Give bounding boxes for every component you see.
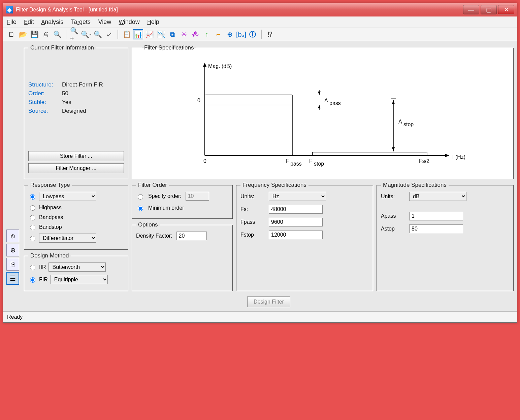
highpass-label: Highpass [39, 205, 62, 211]
fir-label: FIR [39, 277, 48, 283]
fs-label: Fs: [240, 206, 264, 212]
open-icon[interactable]: 📂 [18, 29, 28, 39]
bandpass-label: Bandpass [39, 214, 63, 220]
svg-text:Fs/2: Fs/2 [419, 158, 429, 164]
print-preview-icon[interactable]: 🔍 [52, 29, 62, 39]
polezero-icon[interactable]: ⊕ [225, 29, 235, 39]
fs-input[interactable] [269, 205, 323, 214]
menu-targets[interactable]: Targets [71, 19, 91, 25]
lowpass-radio[interactable] [30, 194, 35, 200]
store-filter-button[interactable]: Store Filter ... [28, 151, 124, 161]
order-label: Order: [28, 90, 62, 97]
svg-marker-19 [392, 147, 395, 151]
svg-text:F: F [286, 158, 289, 164]
svg-text:stop: stop [403, 121, 414, 127]
tab-polezero[interactable]: ⊕ [6, 244, 19, 256]
options-legend: Options [136, 221, 160, 228]
info-icon[interactable]: ⓘ [248, 29, 258, 39]
whatsthis-icon[interactable]: ⁉ [265, 29, 275, 39]
svg-text:pass: pass [329, 100, 341, 106]
filter-specs-icon[interactable]: 📋 [122, 29, 132, 39]
density-input[interactable] [176, 232, 207, 240]
menu-edit[interactable]: Edit [24, 19, 34, 25]
menu-view[interactable]: View [98, 19, 111, 25]
source-label: Source: [28, 108, 62, 114]
zoom-out-icon[interactable]: 🔍- [81, 29, 91, 39]
iir-select[interactable]: Butterworth [48, 262, 106, 272]
full-view-icon[interactable]: ⤢ [104, 29, 114, 39]
mag-units-label: Units: [381, 194, 404, 200]
menu-analysis[interactable]: Analysis [41, 19, 64, 25]
min-order-radio[interactable] [138, 206, 143, 211]
magphase-icon[interactable]: ⧉ [167, 29, 177, 39]
iir-radio[interactable] [30, 265, 35, 270]
magnitude-icon[interactable]: 📈 [144, 29, 155, 39]
toolbar: 🗋 📂 💾 🖨 🔍 🔍+ 🔍- 🔍 ⤢ 📋 📊 📈 📉 ⧉ ✳ ⁂ ↑ ⌐ ⊕ … [3, 28, 517, 41]
freq-units-select[interactable]: Hz [269, 192, 326, 201]
window-title: Filter Design & Analysis Tool - [untitle… [16, 7, 118, 13]
design-filter-button[interactable]: Design Filter [247, 296, 290, 307]
diff-select[interactable]: Differentiator [39, 234, 96, 243]
astop-input[interactable] [409, 224, 463, 233]
svg-text:A: A [398, 119, 402, 125]
source-value: Designed [62, 108, 86, 114]
freq-units-label: Units: [240, 194, 264, 200]
svg-text:F: F [309, 158, 313, 164]
stable-label: Stable: [28, 99, 62, 106]
mag-legend: Magnitude Specifications [381, 182, 449, 188]
bandpass-radio[interactable] [30, 215, 35, 220]
bandstop-radio[interactable] [30, 225, 35, 230]
fpass-label: Fpass [240, 219, 264, 225]
coeffs-icon[interactable]: [bₐ] [236, 29, 246, 39]
iir-label: IIR [39, 264, 46, 270]
fir-radio[interactable] [30, 277, 35, 283]
specify-order-input [186, 192, 209, 201]
mag-units-select[interactable]: dB [409, 192, 466, 201]
group-delay-icon[interactable]: ✳ [179, 29, 189, 39]
lowpass-select[interactable]: Lowpass [39, 192, 96, 201]
minimize-button[interactable]: — [463, 5, 479, 14]
svg-text:A: A [324, 98, 328, 103]
print-icon[interactable]: 🖨 [41, 29, 51, 39]
tab-import[interactable]: ⎘ [6, 258, 19, 271]
phase-delay-icon[interactable]: ⁂ [190, 29, 200, 39]
fstop-input[interactable] [269, 231, 323, 239]
response-icon[interactable]: 📊 [133, 29, 143, 39]
filter-order-panel: Filter Order Specify order: Minimum orde… [132, 182, 233, 219]
menu-bar: File Edit Analysis Targets View Window H… [3, 16, 517, 28]
fstop-label: Fstop [240, 232, 264, 238]
svg-text:stop: stop [314, 161, 324, 167]
specify-order-radio[interactable] [138, 194, 143, 200]
svg-text:pass: pass [290, 161, 302, 167]
filter-manager-button[interactable]: Filter Manager ... [28, 163, 124, 173]
step-icon[interactable]: ⌐ [213, 29, 223, 39]
freq-legend: Frequency Specifications [240, 182, 308, 188]
menu-help[interactable]: Help [147, 19, 159, 25]
apass-input[interactable] [409, 212, 463, 220]
highpass-radio[interactable] [30, 205, 35, 211]
tab-design[interactable]: ☰ [6, 272, 19, 285]
zoom-reset-icon[interactable]: 🔍 [93, 29, 103, 39]
structure-value: Direct-Form FIR [62, 81, 103, 88]
close-button[interactable]: ✕ [498, 5, 514, 14]
status-bar: Ready [3, 311, 517, 322]
zoom-in-icon[interactable]: 🔍+ [70, 29, 80, 39]
diff-radio[interactable] [30, 236, 35, 241]
save-icon[interactable]: 💾 [29, 29, 39, 39]
title-bar[interactable]: ◆ Filter Design & Analysis Tool - [untit… [3, 3, 517, 16]
menu-file[interactable]: File [7, 19, 17, 25]
maximize-button[interactable]: ▢ [481, 5, 497, 14]
fpass-input[interactable] [269, 218, 323, 226]
design-method-panel: Design Method IIR Butterworth FIR Equiri… [24, 252, 128, 291]
menu-window[interactable]: Window [119, 19, 140, 25]
filter-info-panel: Current Filter Information Structure: Di… [24, 44, 128, 179]
fir-select[interactable]: Equiripple [51, 275, 108, 284]
impulse-icon[interactable]: ↑ [202, 29, 212, 39]
phase-icon[interactable]: 📉 [156, 29, 166, 39]
tab-realize[interactable]: ⎋ [6, 230, 19, 242]
options-panel: Options Density Factor: [132, 221, 233, 291]
specify-order-label: Specify order: [148, 193, 182, 199]
xlabel: f (Hz) [452, 154, 465, 160]
new-icon[interactable]: 🗋 [6, 29, 17, 39]
ylabel: Mag. (dB) [208, 63, 232, 69]
